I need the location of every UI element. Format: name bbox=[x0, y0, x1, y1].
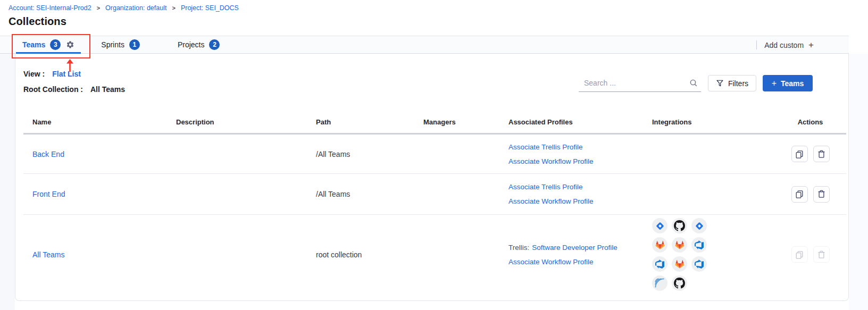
chevron-right-icon: > bbox=[172, 5, 175, 11]
search-input[interactable] bbox=[579, 79, 689, 87]
collection-name-link[interactable]: All Teams bbox=[32, 250, 64, 259]
add-teams-button[interactable]: + Teams bbox=[763, 75, 813, 91]
collection-path: /All Teams bbox=[316, 150, 423, 158]
view-bar: View : Flat List Root Collection : All T… bbox=[23, 70, 125, 94]
table-header-row: Name Description Path Managers Associate… bbox=[23, 111, 846, 135]
breadcrumb-organization-link[interactable]: Organization: default bbox=[105, 4, 166, 12]
collections-panel: View : Flat List Root Collection : All T… bbox=[15, 54, 849, 301]
breadcrumb: Account: SEI-Internal-Prod2 > Organizati… bbox=[9, 4, 239, 12]
breadcrumb-account-link[interactable]: Account: SEI-Internal-Prod2 bbox=[9, 4, 91, 12]
copy-collection-button-disabled bbox=[791, 246, 808, 263]
collection-name-link[interactable]: Front End bbox=[32, 190, 65, 198]
add-custom-label: Add custom bbox=[764, 41, 804, 49]
tab-projects-count-badge: 2 bbox=[209, 39, 220, 50]
tab-teams[interactable]: Teams 3 bbox=[16, 36, 81, 53]
table-row: Front End /All Teams Associate Trellis P… bbox=[23, 174, 846, 215]
plus-icon: + bbox=[808, 40, 814, 49]
delete-collection-button[interactable] bbox=[813, 146, 830, 162]
delete-collection-button-disabled bbox=[813, 246, 830, 263]
trellis-prefix-label: Trellis: bbox=[508, 244, 529, 252]
tab-sprints[interactable]: Sprints 1 bbox=[95, 36, 146, 53]
tab-teams-count-badge: 3 bbox=[50, 39, 61, 50]
filter-funnel-icon bbox=[716, 79, 724, 87]
copy-collection-button[interactable] bbox=[791, 186, 808, 203]
gitlab-icon bbox=[672, 237, 687, 253]
collections-page: Account: SEI-Internal-Prod2 > Organizati… bbox=[0, 0, 868, 310]
column-header-associated-profiles: Associated Profiles bbox=[508, 118, 652, 126]
add-teams-label: Teams bbox=[781, 79, 804, 88]
jira-icon bbox=[652, 218, 667, 233]
associate-trellis-profile-link[interactable]: Associate Trellis Profile bbox=[508, 143, 583, 151]
jira-icon bbox=[691, 218, 707, 233]
gear-icon[interactable] bbox=[66, 40, 74, 49]
associated-profiles-cell: Associate Trellis Profile Associate Work… bbox=[508, 143, 652, 165]
root-collection-value: All Teams bbox=[90, 85, 125, 94]
column-header-integrations: Integrations bbox=[652, 118, 774, 126]
column-header-path: Path bbox=[316, 118, 423, 126]
github-icon bbox=[672, 275, 687, 291]
root-collection-label: Root Collection : bbox=[23, 85, 83, 94]
associate-trellis-profile-link[interactable]: Associate Trellis Profile bbox=[508, 183, 583, 191]
plus-icon: + bbox=[772, 79, 777, 88]
associate-workflow-profile-link[interactable]: Associate Workflow Profile bbox=[508, 157, 594, 165]
divider bbox=[756, 40, 757, 49]
integrations-cell bbox=[652, 218, 774, 291]
column-header-description: Description bbox=[176, 118, 316, 126]
copy-collection-button[interactable] bbox=[791, 146, 808, 162]
azure-devops-icon bbox=[691, 256, 707, 272]
page-title: Collections bbox=[9, 15, 66, 28]
search-icon[interactable] bbox=[689, 79, 701, 87]
add-custom-button[interactable]: Add custom + bbox=[764, 40, 814, 49]
table-row: Back End /All Teams Associate Trellis Pr… bbox=[23, 135, 846, 174]
collection-name-link[interactable]: Back End bbox=[32, 150, 64, 158]
breadcrumb-project-link[interactable]: Project: SEI_DOCS bbox=[181, 4, 239, 12]
trellis-profile-link[interactable]: Software Developer Profile bbox=[532, 244, 617, 252]
associated-profiles-cell: Trellis: Software Developer Profile Asso… bbox=[508, 244, 652, 266]
actions-cell bbox=[774, 246, 846, 263]
gitlab-icon bbox=[652, 237, 667, 253]
filters-label: Filters bbox=[728, 79, 748, 88]
column-header-actions: Actions bbox=[774, 118, 846, 126]
view-flat-list-link[interactable]: Flat List bbox=[52, 70, 81, 78]
azure-devops-icon bbox=[652, 256, 667, 272]
delete-collection-button[interactable] bbox=[813, 186, 830, 203]
tab-teams-label: Teams bbox=[22, 40, 45, 49]
page-background bbox=[849, 54, 868, 310]
tab-sprints-count-badge: 1 bbox=[129, 39, 140, 50]
associated-profiles-cell: Associate Trellis Profile Associate Work… bbox=[508, 183, 652, 205]
github-icon bbox=[672, 218, 687, 233]
collection-path: root collection bbox=[316, 250, 423, 259]
actions-cell bbox=[774, 186, 846, 203]
sonarqube-icon bbox=[652, 275, 667, 291]
tab-sprints-label: Sprints bbox=[101, 40, 124, 49]
filters-button[interactable]: Filters bbox=[708, 75, 756, 91]
actions-cell bbox=[774, 146, 846, 162]
tab-bar: Teams 3 Sprints 1 Projects 2 Add custom … bbox=[0, 36, 849, 54]
view-label: View : bbox=[23, 70, 45, 78]
chevron-right-icon: > bbox=[97, 5, 100, 11]
collection-path: /All Teams bbox=[316, 190, 423, 198]
integrations-grid bbox=[652, 218, 707, 291]
associate-workflow-profile-link[interactable]: Associate Workflow Profile bbox=[508, 197, 594, 205]
azure-devops-icon bbox=[691, 237, 707, 253]
tab-projects[interactable]: Projects 2 bbox=[171, 36, 227, 53]
table-row: All Teams root collection Trellis: Softw… bbox=[23, 215, 846, 294]
page-background bbox=[0, 54, 15, 310]
gitlab-icon bbox=[672, 256, 687, 272]
column-header-name: Name bbox=[23, 118, 176, 126]
associate-workflow-profile-link[interactable]: Associate Workflow Profile bbox=[508, 258, 594, 266]
search-field bbox=[579, 74, 701, 92]
column-header-managers: Managers bbox=[423, 118, 508, 126]
collections-table: Name Description Path Managers Associate… bbox=[23, 111, 846, 294]
tab-projects-label: Projects bbox=[178, 40, 205, 49]
